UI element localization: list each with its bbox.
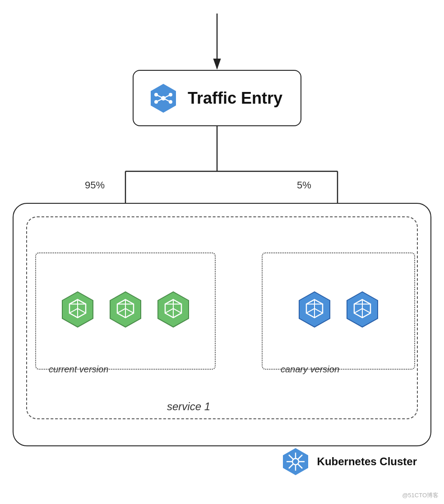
current-pod-1: [58, 289, 97, 329]
current-pods-row: [58, 289, 193, 329]
canary-pod-2: [342, 289, 382, 329]
k8s-label: Kubernetes Cluster: [317, 455, 417, 468]
percent-95-label: 95%: [85, 179, 105, 191]
percent-5-label: 5%: [297, 179, 311, 191]
traffic-entry-icon: [147, 82, 180, 115]
kubernetes-badge: Kubernetes Cluster: [280, 446, 417, 477]
service1-label: service 1: [167, 400, 210, 413]
watermark: @51CTO博客: [402, 491, 439, 499]
canary-pod-1: [295, 289, 334, 329]
current-version-box: [35, 252, 216, 370]
current-pod-3: [153, 289, 193, 329]
traffic-entry-box: Traffic Entry: [133, 70, 301, 126]
current-pod-2: [106, 289, 145, 329]
traffic-entry-label: Traffic Entry: [188, 89, 282, 108]
canary-version-box: [262, 252, 415, 370]
diagram-container: Traffic Entry 95% 5% service 1: [0, 0, 444, 504]
kubernetes-icon: [280, 446, 311, 477]
current-version-label: current version: [49, 364, 108, 375]
canary-version-label: canary version: [281, 364, 339, 375]
canary-pods-row: [295, 289, 382, 329]
